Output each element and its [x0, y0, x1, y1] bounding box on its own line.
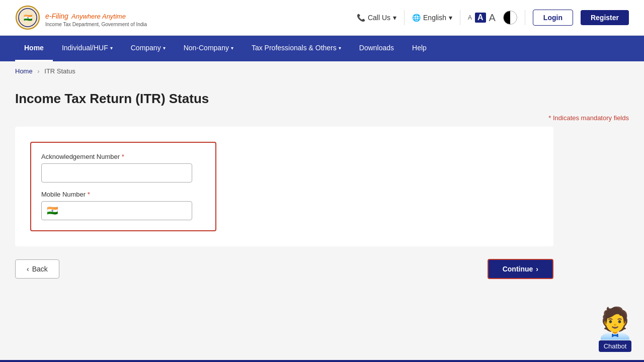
- nav-downloads-label: Downloads: [359, 44, 394, 52]
- font-large-button[interactable]: A: [489, 12, 496, 24]
- language-label: English: [423, 14, 446, 22]
- ack-number-input[interactable]: [41, 163, 192, 183]
- call-dropdown-arrow: ▾: [393, 14, 396, 22]
- mandatory-star: *: [548, 114, 551, 122]
- nav-individual-arrow: ▾: [110, 45, 113, 51]
- font-controls: A A A: [468, 12, 496, 24]
- mandatory-text: Indicates mandatory fields: [553, 114, 629, 122]
- breadcrumb-separator: ›: [37, 67, 39, 75]
- mobile-label-text: Mobile Number: [41, 191, 86, 198]
- language-selector[interactable]: 🌐 English ▾: [412, 14, 452, 22]
- page-title: Income Tax Return (ITR) Status: [15, 91, 629, 107]
- breadcrumb-current: ITR Status: [44, 67, 75, 75]
- contrast-toggle[interactable]: [503, 11, 517, 25]
- efiling-label: e-Filing: [45, 12, 68, 20]
- nav-item-tax-professionals[interactable]: Tax Professionals & Others ▾: [243, 36, 350, 61]
- ack-number-field-group: Acknowledgement Number *: [41, 153, 205, 183]
- font-medium-button[interactable]: A: [475, 13, 486, 23]
- lang-dropdown-arrow: ▾: [449, 14, 452, 22]
- mobile-label: Mobile Number *: [41, 191, 205, 198]
- nav-company-label: Company: [131, 44, 161, 52]
- nav-item-home[interactable]: Home: [15, 36, 53, 61]
- nav-individual-label: Individual/HUF: [62, 44, 108, 52]
- header-right: 📞 Call Us ▾ 🌐 English ▾ A A A Login Regi…: [357, 10, 629, 26]
- breadcrumb: Home › ITR Status: [0, 61, 644, 81]
- nav-item-downloads[interactable]: Downloads: [350, 36, 403, 61]
- nav-item-company[interactable]: Company ▾: [122, 36, 175, 61]
- nav-company-arrow: ▾: [163, 45, 166, 51]
- mobile-input-wrap[interactable]: 🇮🇳: [41, 201, 192, 220]
- breadcrumb-home-link[interactable]: Home: [15, 67, 33, 75]
- ack-required-star: *: [122, 153, 124, 160]
- mobile-number-input[interactable]: [61, 207, 187, 215]
- font-small-button[interactable]: A: [468, 14, 472, 21]
- form-section: Acknowledgement Number * Mobile Number *…: [30, 142, 216, 231]
- ack-label: Acknowledgement Number *: [41, 153, 205, 160]
- main-content: Income Tax Return (ITR) Status * Indicat…: [0, 81, 644, 299]
- nav-taxpro-arrow: ▾: [339, 45, 341, 51]
- nav-home-label: Home: [24, 44, 44, 52]
- back-button[interactable]: ‹ Back: [15, 259, 59, 279]
- logo-subtitle: Income Tax Department, Government of Ind…: [45, 22, 147, 27]
- form-card: Acknowledgement Number * Mobile Number *…: [15, 127, 553, 246]
- header: 🇮🇳 e-Filing Anywhere Anytime Income Tax …: [0, 0, 644, 36]
- nav-item-help[interactable]: Help: [403, 36, 436, 61]
- nav-help-label: Help: [412, 44, 427, 52]
- mandatory-note: * Indicates mandatory fields: [15, 114, 629, 122]
- nav-noncompany-label: Non-Company: [184, 44, 229, 52]
- nav-taxpro-label: Tax Professionals & Others: [252, 44, 337, 52]
- continue-button[interactable]: Continue ›: [488, 259, 553, 279]
- continue-label: Continue: [503, 265, 533, 273]
- logo-tagline: Anywhere Anytime: [71, 13, 126, 20]
- mobile-number-field-group: Mobile Number * 🇮🇳: [41, 191, 205, 220]
- india-flag-icon: 🇮🇳: [47, 205, 58, 216]
- login-button[interactable]: Login: [533, 10, 573, 26]
- button-row: ‹ Back Continue ›: [15, 259, 553, 279]
- call-us-label: Call Us: [368, 14, 390, 22]
- ack-label-text: Acknowledgement Number: [41, 153, 120, 160]
- logo-efiling: e-Filing Anywhere Anytime: [45, 9, 147, 22]
- call-us-button[interactable]: 📞 Call Us ▾: [357, 14, 396, 22]
- logo-area: 🇮🇳 e-Filing Anywhere Anytime Income Tax …: [15, 5, 147, 30]
- logo-text: e-Filing Anywhere Anytime Income Tax Dep…: [45, 9, 147, 27]
- mobile-required-star: *: [88, 191, 90, 198]
- register-button[interactable]: Register: [581, 10, 629, 25]
- back-label: Back: [32, 265, 48, 273]
- nav-item-individual[interactable]: Individual/HUF ▾: [53, 36, 122, 61]
- svg-text:🇮🇳: 🇮🇳: [24, 14, 33, 22]
- nav-noncompany-arrow: ▾: [231, 45, 233, 51]
- back-chevron-icon: ‹: [27, 265, 29, 273]
- font-medium-label: A: [477, 13, 484, 22]
- continue-chevron-icon: ›: [536, 265, 538, 273]
- phone-icon: 📞: [357, 14, 365, 22]
- navbar: Home Individual/HUF ▾ Company ▾ Non-Comp…: [0, 36, 644, 61]
- globe-icon: 🌐: [412, 14, 421, 22]
- nav-item-noncompany[interactable]: Non-Company ▾: [175, 36, 243, 61]
- emblem-icon: 🇮🇳: [15, 5, 40, 30]
